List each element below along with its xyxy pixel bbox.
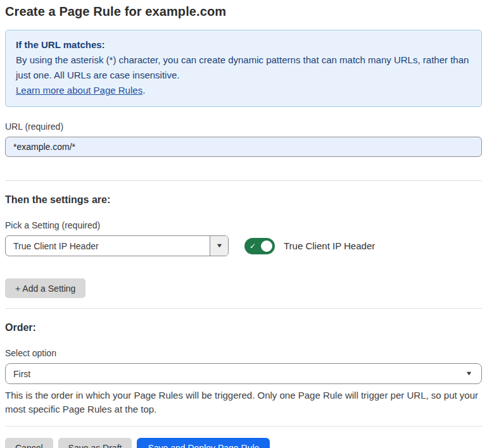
- setting-select[interactable]: True Client IP Header ▼: [5, 235, 229, 256]
- add-setting-button[interactable]: + Add a Setting: [5, 278, 85, 298]
- footer-divider: [5, 426, 482, 426]
- url-input[interactable]: [5, 137, 482, 157]
- chevron-down-icon: ▼: [215, 243, 223, 249]
- toggle-knob: [260, 239, 274, 253]
- order-help-text: This is the order in which your Page Rul…: [5, 389, 479, 416]
- info-box-link-line: Learn more about Page Rules.: [16, 83, 471, 98]
- setting-toggle-label: True Client IP Header: [284, 240, 375, 251]
- info-box-heading: If the URL matches:: [16, 37, 471, 53]
- link-suffix: .: [142, 85, 145, 96]
- info-box-body: By using the asterisk (*) character, you…: [16, 53, 471, 83]
- url-field-label: URL (required): [5, 121, 482, 132]
- order-select-value: First: [13, 369, 30, 379]
- order-select[interactable]: First ▼: [5, 363, 482, 384]
- save-deploy-button[interactable]: Save and Deploy Page Rule: [137, 438, 270, 448]
- order-section-heading: Order:: [5, 322, 482, 333]
- page-title: Create a Page Rule for example.com: [5, 4, 482, 19]
- pick-setting-label: Pick a Setting (required): [5, 220, 482, 230]
- page-rule-form: Create a Page Rule for example.com If th…: [0, 0, 487, 448]
- setting-toggle[interactable]: ✓: [244, 238, 275, 254]
- url-match-info-box: If the URL matches: By using the asteris…: [5, 30, 482, 107]
- order-select-label: Select option: [5, 348, 482, 358]
- setting-select-arrow-box[interactable]: ▼: [210, 236, 228, 256]
- section-divider: [5, 308, 482, 309]
- settings-section-heading: Then the settings are:: [5, 194, 482, 206]
- check-icon: ✓: [250, 241, 256, 251]
- setting-select-value: True Client IP Header: [6, 236, 210, 256]
- chevron-down-icon: ▼: [465, 371, 473, 376]
- cancel-button[interactable]: Cancel: [5, 438, 53, 448]
- section-divider: [5, 180, 482, 181]
- learn-more-link[interactable]: Learn more about Page Rules: [16, 85, 142, 96]
- setting-row: True Client IP Header ▼ ✓ True Client IP…: [5, 235, 482, 256]
- save-draft-button[interactable]: Save as Draft: [58, 438, 132, 448]
- footer-button-row: Cancel Save as Draft Save and Deploy Pag…: [5, 438, 482, 448]
